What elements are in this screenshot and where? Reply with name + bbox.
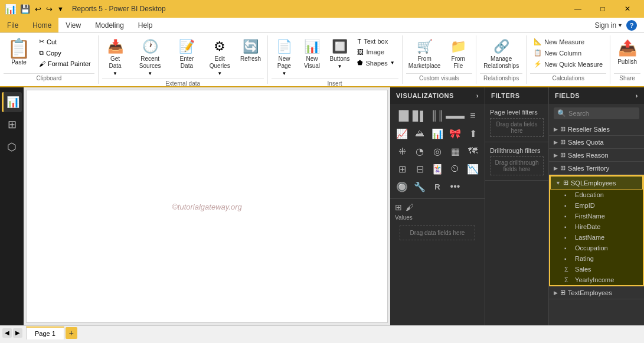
field-item-lastname[interactable]: ▪ LastName <box>550 232 643 243</box>
buttons-button[interactable]: 🔲 Buttons ▼ <box>326 37 352 71</box>
field-item-empid[interactable]: ▪ EmpID <box>550 200 643 211</box>
viz-panel: VISUALIZATIONS › ▐█ ▊▌ ║║ ▬▬ ≡ 📈 ⛰ 📊 🎀 ⬆… <box>390 87 485 325</box>
copy-button[interactable]: ⧉ Copy <box>35 48 94 58</box>
fields-search-container: 🔍 <box>554 107 639 119</box>
field-group-sales-territory-header[interactable]: ▶ ⊞ Sales Territory <box>549 162 644 174</box>
next-page-arrow[interactable]: ▶ <box>13 328 22 338</box>
menu-view[interactable]: View <box>58 18 88 32</box>
field-group-sales-reason-header[interactable]: ▶ ⊞ Sales Reason <box>549 149 644 161</box>
viz-map[interactable]: 🗺 <box>465 143 481 159</box>
expand-icon[interactable]: › <box>636 92 638 99</box>
viz-treemap[interactable]: ▦ <box>447 143 463 159</box>
field-group-sql-employees-header[interactable]: ▼ ⊞ SQLEmployees <box>550 176 643 190</box>
add-page-button[interactable]: + <box>66 327 77 339</box>
sidebar-model-icon[interactable]: ⬡ <box>2 137 22 157</box>
field-group-sales-quota-header[interactable]: ▶ ⊞ Sales Quota <box>549 136 644 148</box>
viz-slicer[interactable]: 🔘 <box>394 178 410 195</box>
field-item-rating[interactable]: ▪ Rating <box>550 253 643 264</box>
ribbon-group-relationships: 🔗 Manage Relationships Relationships <box>476 35 527 84</box>
viz-line[interactable]: 📈 <box>394 125 410 142</box>
from-marketplace-button[interactable]: 🛒 From Marketplace <box>406 37 443 72</box>
expand-icon[interactable]: › <box>476 92 479 99</box>
viz-100pct-bar[interactable]: ≡ <box>465 107 481 124</box>
new-page-button[interactable]: 📄 New Page ▼ <box>272 37 298 79</box>
viz-card[interactable]: 🃏 <box>429 161 446 177</box>
viz-kpi[interactable]: 📉 <box>465 161 481 177</box>
viz-drag-zone[interactable]: Drag data fields here <box>400 226 475 240</box>
field-item-yearlyincome[interactable]: Σ YearlyIncome <box>550 275 643 285</box>
field-group-reseller-sales-header[interactable]: ▶ ⊞ Reseller Sales <box>549 123 644 135</box>
viz-field-icon-2[interactable]: 🖌 <box>406 202 414 212</box>
maximize-btn[interactable]: □ <box>591 2 614 16</box>
viz-shape[interactable]: 🔧 <box>411 178 428 195</box>
toolbar-save[interactable]: 💾 <box>20 4 30 14</box>
help-icon[interactable]: ? <box>626 20 637 31</box>
quick-measure-icon: ⚡ <box>534 60 542 68</box>
get-data-button[interactable]: 📥 Get Data ▼ <box>102 37 129 79</box>
viz-line-col[interactable]: 📊 <box>429 125 446 142</box>
refresh-button[interactable]: 🔄 Refresh <box>238 37 264 65</box>
viz-clustered-col[interactable]: ║║ <box>429 107 446 124</box>
paste-button[interactable]: 📋 Paste <box>4 37 34 68</box>
viz-table[interactable]: ⊞ <box>394 161 410 177</box>
field-group-text-employees-header[interactable]: ▶ ⊞ TextEmployees <box>549 286 644 299</box>
enter-data-button[interactable]: 📝 Enter Data <box>172 37 202 72</box>
search-input[interactable] <box>568 110 636 117</box>
menu-modeling[interactable]: Modeling <box>88 18 131 32</box>
viz-gauge[interactable]: ⏲ <box>447 161 463 177</box>
field-item-hiredate[interactable]: ▪ HireDate <box>550 221 643 232</box>
viz-stacked-bar[interactable]: ▊▌ <box>411 107 428 124</box>
sidebar-data-icon[interactable]: ⊞ <box>2 115 22 135</box>
viz-area[interactable]: ⛰ <box>411 125 428 142</box>
shapes-button[interactable]: ⬟ Shapes ▼ <box>354 58 398 68</box>
viz-donut[interactable]: ◎ <box>429 143 446 159</box>
filter-drag-zone-1[interactable]: Drag data fields here <box>490 118 544 137</box>
close-btn[interactable]: ✕ <box>616 2 639 16</box>
page-tab-1[interactable]: Page 1 <box>26 326 64 339</box>
field-item-education[interactable]: ▪ Education <box>550 190 643 200</box>
menu-home[interactable]: Home <box>25 18 58 32</box>
viz-more[interactable]: ••• <box>447 178 463 195</box>
viz-field-icon-1[interactable]: ⊞ <box>395 202 402 212</box>
manage-relationships-button[interactable]: 🔗 Manage Relationships <box>480 37 522 72</box>
redo-btn[interactable]: ↪ <box>46 5 53 14</box>
viz-matrix[interactable]: ⊟ <box>411 161 428 177</box>
field-item-sales[interactable]: Σ Sales <box>550 264 643 275</box>
sidebar-report-icon[interactable]: 📊 <box>2 92 22 112</box>
sign-in-button[interactable]: Sign in ▼ ? <box>587 18 644 32</box>
quick-access[interactable]: ▼ <box>57 5 64 12</box>
expand-arrow: ▼ <box>555 180 561 186</box>
viz-waterfall[interactable]: ⬆ <box>465 125 481 142</box>
new-measure-button[interactable]: 📐 New Measure <box>530 37 606 47</box>
minimize-btn[interactable]: — <box>566 2 590 16</box>
viz-scatter[interactable]: ⁜ <box>394 143 410 159</box>
field-item-label: FirstName <box>575 213 605 220</box>
fields-panel: FIELDS › 🔍 ▶ ⊞ Reseller Sales <box>548 87 644 325</box>
viz-ribbon[interactable]: 🎀 <box>447 125 463 142</box>
menu-file[interactable]: File <box>0 18 25 32</box>
viz-r-script[interactable]: R <box>429 178 446 195</box>
nav-arrows: ◀ ▶ <box>2 328 22 338</box>
new-visual-button[interactable]: 📊 New Visual <box>299 37 326 72</box>
cut-button[interactable]: ✂ Cut <box>35 37 94 47</box>
from-file-button[interactable]: 📁 From File <box>444 37 472 72</box>
format-painter-button[interactable]: 🖌 Format Painter <box>35 59 94 68</box>
field-item-occupation[interactable]: ▪ Occupation <box>550 243 643 253</box>
new-column-button[interactable]: 📋 New Column <box>530 48 606 58</box>
publish-button[interactable]: 📤 Publish <box>614 37 640 68</box>
viz-stacked-col[interactable]: ▬▬ <box>447 107 463 124</box>
filter-drag-zone-2[interactable]: Drag drillthrough fields here <box>490 156 544 175</box>
field-item-label: Education <box>575 191 604 198</box>
undo-btn[interactable]: ↩ <box>35 5 41 14</box>
new-quick-measure-button[interactable]: ⚡ New Quick Measure <box>530 59 606 69</box>
textbox-button[interactable]: T Text box <box>354 37 398 46</box>
menu-help[interactable]: Help <box>131 18 160 32</box>
viz-pie[interactable]: ◔ <box>411 143 428 159</box>
edit-queries-button[interactable]: ⚙ Edit Queries ▼ <box>203 37 237 79</box>
field-item-firstname[interactable]: ▪ FirstName <box>550 211 643 221</box>
page-level-filters: Page level filters Drag data fields here <box>485 104 548 142</box>
recent-sources-button[interactable]: 🕐 Recent Sources ▼ <box>129 37 171 79</box>
viz-bar-chart[interactable]: ▐█ <box>394 107 410 124</box>
prev-page-arrow[interactable]: ◀ <box>2 328 12 338</box>
image-button[interactable]: 🖼 Image <box>354 47 398 57</box>
